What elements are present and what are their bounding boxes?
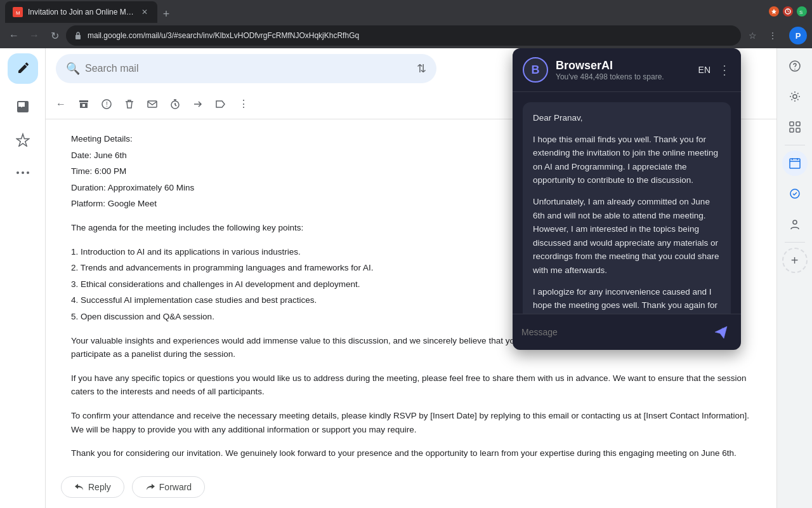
search-icon: 🔍: [66, 62, 80, 76]
send-icon: [714, 325, 728, 339]
nav-more[interactable]: [8, 157, 38, 188]
ai-message-input[interactable]: [521, 327, 704, 337]
topics-text: If you have any specific topics or quest…: [71, 371, 751, 399]
compose-button[interactable]: [8, 53, 38, 84]
right-panel-calendar[interactable]: [782, 150, 808, 176]
reply-forward-bar: Reply Forward: [46, 466, 776, 508]
svg-point-5: [16, 171, 19, 174]
svg-point-13: [794, 69, 796, 70]
right-panel-settings[interactable]: [782, 84, 808, 109]
ai-more-menu[interactable]: ⋮: [718, 62, 731, 77]
tab-favicon: M: [13, 7, 23, 17]
chrome-menu-button[interactable]: ⋮: [764, 27, 782, 44]
tab-close-button[interactable]: ✕: [140, 7, 150, 17]
ai-para3: I apologize for any inconvenience caused…: [533, 285, 721, 314]
label-button[interactable]: [211, 94, 231, 114]
back-button[interactable]: ←: [5, 27, 23, 44]
ai-logo-text: B: [532, 64, 540, 77]
browser-ai-panel: B BrowserAI You've 484,498 tokens to spa…: [513, 48, 741, 350]
gmail-search-bar[interactable]: 🔍 ⇅: [56, 54, 436, 83]
gmail-left-nav: [0, 48, 46, 508]
ai-header-text: BrowserAI You've 484,498 tokens to spare…: [556, 59, 691, 81]
rsvp-section: To confirm your attendance and receive t…: [71, 409, 751, 436]
extension-icon-2[interactable]: [783, 6, 793, 17]
right-panel-tasks[interactable]: [782, 181, 808, 206]
ai-messages: Dear Pranav, I hope this email finds you…: [513, 92, 741, 314]
archive-button[interactable]: [74, 94, 94, 114]
svg-rect-10: [148, 101, 157, 107]
nav-starred[interactable]: [8, 124, 38, 155]
ai-logo: B: [523, 57, 548, 83]
new-tab-button[interactable]: +: [157, 5, 175, 23]
svg-text:S: S: [799, 10, 802, 15]
reply-button[interactable]: Reply: [61, 476, 124, 498]
profile-avatar[interactable]: P: [789, 27, 807, 44]
svg-point-14: [793, 95, 797, 98]
more-options-button[interactable]: ⋮: [233, 94, 254, 114]
tab-bar: M Invitation to Join an Online Mee... ✕ …: [0, 0, 812, 23]
forward-button[interactable]: →: [25, 27, 43, 44]
thanks-section: Thank you for considering our invitation…: [71, 446, 751, 460]
right-panel-divider: [785, 145, 805, 145]
svg-rect-4: [75, 35, 81, 39]
svg-rect-15: [790, 122, 794, 126]
right-panel-contacts[interactable]: [782, 211, 808, 237]
extension-icon-3[interactable]: S: [797, 6, 807, 17]
svg-rect-18: [796, 128, 800, 132]
bookmark-button[interactable]: ☆: [743, 27, 761, 44]
right-panel-add-button[interactable]: +: [782, 248, 808, 273]
thanks-text: Thank you for considering our invitation…: [71, 446, 751, 460]
svg-rect-19: [790, 159, 800, 168]
svg-text:!: !: [106, 101, 108, 108]
svg-point-21: [793, 220, 797, 224]
ai-title: BrowserAI: [556, 59, 691, 72]
right-panel-divider-2: [785, 242, 805, 243]
refresh-button[interactable]: ↻: [46, 27, 63, 44]
search-input[interactable]: [85, 63, 412, 74]
topics-section: If you have any specific topics or quest…: [71, 371, 751, 399]
right-panel-apps[interactable]: [782, 114, 808, 140]
reply-icon: [74, 482, 84, 492]
ai-input-area: [513, 314, 741, 350]
svg-rect-17: [790, 128, 794, 132]
nav-inbox[interactable]: [8, 91, 38, 122]
svg-point-6: [22, 171, 24, 174]
address-bar[interactable]: mail.google.com/mail/u/3/#search/inv/Klb…: [66, 25, 741, 46]
ai-response-bubble: Dear Pranav, I hope this email finds you…: [523, 102, 731, 314]
rsvp-text: To confirm your attendance and receive t…: [71, 409, 751, 436]
active-tab[interactable]: M Invitation to Join an Online Mee... ✕: [5, 1, 157, 23]
right-panel: +: [776, 48, 812, 508]
lock-icon: [74, 31, 82, 40]
extension-icon-1[interactable]: [769, 6, 779, 17]
ai-lang-selector[interactable]: EN: [698, 65, 710, 75]
forward-button[interactable]: Forward: [132, 476, 205, 498]
reply-label: Reply: [88, 482, 111, 492]
ai-header: B BrowserAI You've 484,498 tokens to spa…: [513, 48, 741, 92]
tab-title: Invitation to Join an Online Mee...: [28, 8, 134, 17]
ai-greeting: Dear Pranav,: [533, 111, 721, 125]
snooze-button[interactable]: [165, 94, 185, 114]
url-text: mail.google.com/mail/u/3/#search/inv/Klb…: [88, 31, 733, 40]
svg-text:M: M: [16, 10, 20, 15]
browser-controls: ← → ↻ mail.google.com/mail/u/3/#search/i…: [0, 23, 812, 48]
spam-button[interactable]: !: [96, 94, 117, 114]
delete-button[interactable]: [119, 94, 140, 114]
forward-icon: [145, 482, 155, 492]
back-to-inbox-button[interactable]: ←: [51, 94, 71, 114]
move-to-button[interactable]: [188, 94, 208, 114]
ai-para1: I hope this email finds you well. Thank …: [533, 133, 721, 187]
svg-point-7: [27, 171, 29, 174]
ai-subtitle: You've 484,498 tokens to spare.: [556, 72, 691, 81]
right-panel-help[interactable]: [782, 53, 808, 79]
mark-unread-button[interactable]: [142, 94, 162, 114]
ai-para2: Unfortunately, I am already committed on…: [533, 195, 721, 277]
gmail-main: 🔍 ⇅ ← !: [46, 48, 776, 508]
svg-rect-16: [796, 122, 800, 126]
filter-icon[interactable]: ⇅: [417, 62, 426, 76]
forward-label: Forward: [159, 482, 192, 492]
ai-send-button[interactable]: [709, 321, 732, 344]
